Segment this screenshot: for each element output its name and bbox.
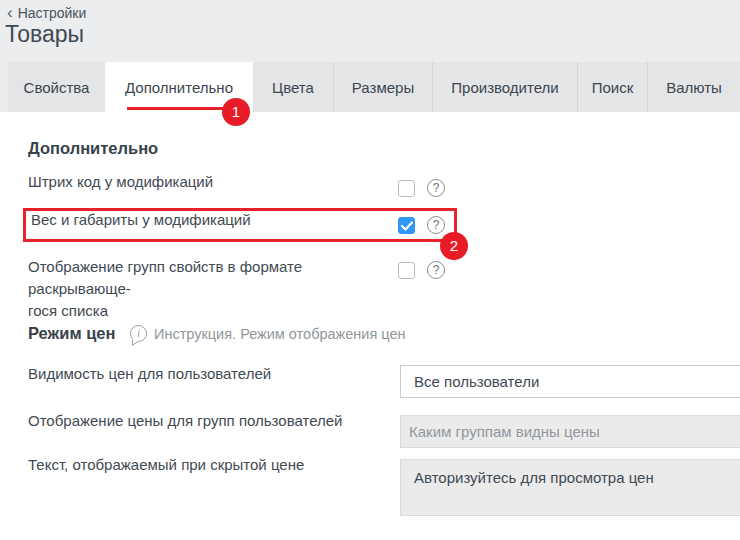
checkbox-property-groups-dropdown[interactable] xyxy=(398,262,415,279)
annotation-badge-1: 1 xyxy=(222,98,250,126)
info-bubble-icon: i xyxy=(130,325,147,342)
checkmark-icon xyxy=(401,221,413,231)
tab-currencies[interactable]: Валюты xyxy=(647,62,740,112)
price-visibility-select[interactable] xyxy=(400,365,740,398)
tab-label: Свойства xyxy=(24,79,90,96)
help-icon[interactable]: ? xyxy=(427,261,445,279)
tab-sizes[interactable]: Размеры xyxy=(333,62,432,112)
tab-manufacturers[interactable]: Производители xyxy=(432,62,577,112)
help-icon[interactable]: ? xyxy=(427,179,445,197)
tab-label: Производители xyxy=(451,79,558,96)
page-title: Товары xyxy=(5,21,84,48)
chevron-left-icon: ‹ xyxy=(7,6,13,20)
section-heading-price-mode: Режим цен xyxy=(28,324,115,343)
price-groups-input[interactable] xyxy=(400,415,740,448)
hidden-price-text-input[interactable]: Авторизуйтесь для просмотра цен xyxy=(400,459,740,516)
tab-content-additional: Дополнительно Штрих код у модификаций ? … xyxy=(0,112,740,540)
price-mode-instruction-link[interactable]: Инструкция. Режим отображения цен xyxy=(154,326,406,342)
tab-colors[interactable]: Цвета xyxy=(253,62,333,112)
back-link-settings[interactable]: ‹ Настройки xyxy=(7,5,86,21)
tab-label: Валюты xyxy=(666,79,722,96)
help-icon[interactable]: ? xyxy=(427,216,445,234)
checkbox-row-label-property-groups: Отображение групп свойств в формате раск… xyxy=(28,256,400,322)
tab-label: Поиск xyxy=(592,79,634,96)
field-label-hidden-price-text: Текст, отображаемый при скрытой цене xyxy=(28,454,388,476)
back-link-label: Настройки xyxy=(18,5,87,21)
tab-properties[interactable]: Свойства xyxy=(8,62,105,112)
tab-search[interactable]: Поиск xyxy=(577,62,647,112)
checkbox-row-label-barcode: Штрих код у модификаций xyxy=(28,171,388,193)
field-label-price-visibility: Видимость цен для пользователей xyxy=(28,363,388,385)
tab-label: Дополнительно xyxy=(125,79,233,96)
checkbox-weight-dimensions-modifications[interactable] xyxy=(398,217,415,234)
section-heading-additional: Дополнительно xyxy=(28,139,158,158)
page-header: ‹ Настройки Товары xyxy=(0,0,740,62)
annotation-badge-2: 2 xyxy=(440,232,468,260)
field-label-price-groups: Отображение цены для групп пользователей xyxy=(28,410,388,432)
settings-page: ‹ Настройки Товары Свойства Дополнительн… xyxy=(0,0,740,540)
checkbox-barcode-modifications[interactable] xyxy=(398,180,415,197)
tab-label: Цвета xyxy=(272,79,314,96)
tab-bar: Свойства Дополнительно Цвета Размеры Про… xyxy=(0,62,740,112)
tab-label: Размеры xyxy=(352,79,414,96)
checkbox-row-label-weight: Вес и габариты у модификаций xyxy=(31,209,391,231)
